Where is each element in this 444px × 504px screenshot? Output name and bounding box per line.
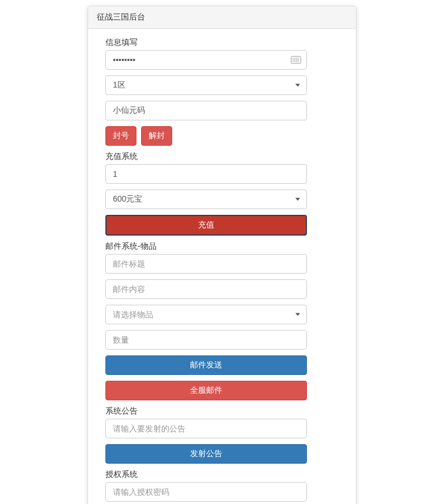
admin-panel: 征战三国后台 信息填写 封号 解封 充值系统 充值 邮件系统-物品 bbox=[88, 6, 356, 504]
mail-quantity-input[interactable] bbox=[105, 330, 307, 350]
unban-button[interactable]: 解封 bbox=[141, 126, 172, 146]
mail-section-label: 邮件系统-物品 bbox=[105, 241, 339, 252]
ban-button-row: 封号 解封 bbox=[105, 126, 339, 146]
auth-section-label: 授权系统 bbox=[105, 469, 339, 480]
mail-global-button[interactable]: 全服邮件 bbox=[105, 381, 307, 400]
district-select-wrap[interactable] bbox=[105, 75, 307, 95]
ban-button[interactable]: 封号 bbox=[105, 126, 136, 146]
mail-item-wrap[interactable] bbox=[105, 305, 307, 324]
district-select[interactable] bbox=[105, 75, 307, 95]
password-wrap bbox=[105, 50, 307, 70]
auth-password-input[interactable] bbox=[105, 482, 307, 502]
recharge-section-label: 充值系统 bbox=[105, 151, 339, 162]
recharge-option-select[interactable] bbox=[105, 190, 307, 209]
panel-header: 征战三国后台 bbox=[88, 6, 356, 29]
announce-button[interactable]: 发射公告 bbox=[105, 444, 307, 464]
mail-send-button[interactable]: 邮件发送 bbox=[105, 355, 307, 375]
page-title: 征战三国后台 bbox=[97, 12, 145, 21]
panel-body: 信息填写 封号 解封 充值系统 充值 邮件系统-物品 邮件 bbox=[88, 29, 356, 504]
mail-title-input[interactable] bbox=[105, 254, 307, 274]
code-input[interactable] bbox=[105, 101, 307, 120]
announce-input[interactable] bbox=[105, 419, 307, 438]
recharge-option-wrap[interactable] bbox=[105, 190, 307, 209]
recharge-amount-input[interactable] bbox=[105, 164, 307, 184]
password-input[interactable] bbox=[105, 50, 307, 70]
mail-content-input[interactable] bbox=[105, 279, 307, 299]
keyboard-icon[interactable] bbox=[291, 56, 301, 64]
mail-item-select[interactable] bbox=[105, 305, 307, 324]
recharge-button[interactable]: 充值 bbox=[105, 215, 307, 236]
announce-section-label: 系统公告 bbox=[105, 406, 339, 416]
info-section-label: 信息填写 bbox=[105, 37, 339, 48]
